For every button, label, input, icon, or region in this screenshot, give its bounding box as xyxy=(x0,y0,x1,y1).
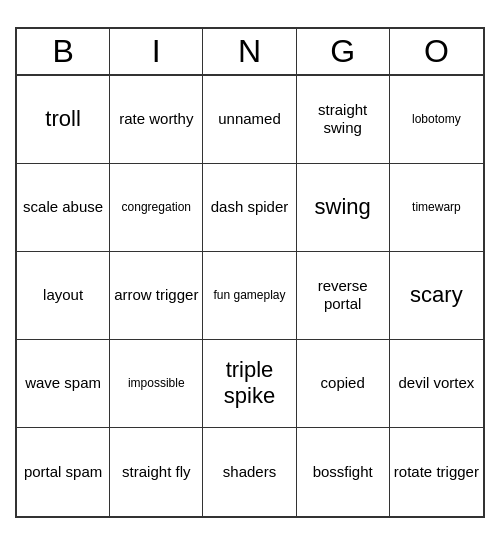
bingo-cell-16: impossible xyxy=(110,340,203,428)
cell-label: unnamed xyxy=(218,110,281,128)
bingo-cell-4: lobotomy xyxy=(390,76,483,164)
header-letter-o: O xyxy=(390,29,483,74)
cell-label: arrow trigger xyxy=(114,286,198,304)
bingo-cell-1: rate worthy xyxy=(110,76,203,164)
cell-label: wave spam xyxy=(25,374,101,392)
bingo-cell-18: copied xyxy=(297,340,390,428)
bingo-cell-2: unnamed xyxy=(203,76,296,164)
cell-label: devil vortex xyxy=(398,374,474,392)
bingo-cell-20: portal spam xyxy=(17,428,110,516)
bingo-cell-3: straight swing xyxy=(297,76,390,164)
header-letter-g: G xyxy=(297,29,390,74)
cell-label: congregation xyxy=(122,200,191,214)
bingo-cell-15: wave spam xyxy=(17,340,110,428)
cell-label: timewarp xyxy=(412,200,461,214)
bingo-header: BINGO xyxy=(17,29,483,76)
cell-label: copied xyxy=(321,374,365,392)
cell-label: rate worthy xyxy=(119,110,193,128)
cell-label: impossible xyxy=(128,376,185,390)
bingo-cell-17: triple spike xyxy=(203,340,296,428)
cell-label: reverse portal xyxy=(301,277,385,313)
bingo-cell-19: devil vortex xyxy=(390,340,483,428)
bingo-cell-21: straight fly xyxy=(110,428,203,516)
bingo-cell-24: rotate trigger xyxy=(390,428,483,516)
bingo-cell-8: swing xyxy=(297,164,390,252)
cell-label: rotate trigger xyxy=(394,463,479,481)
bingo-cell-12: fun gameplay xyxy=(203,252,296,340)
bingo-cell-0: troll xyxy=(17,76,110,164)
cell-label: scary xyxy=(410,282,463,308)
cell-label: dash spider xyxy=(211,198,289,216)
cell-label: swing xyxy=(315,194,371,220)
cell-label: scale abuse xyxy=(23,198,103,216)
cell-label: straight swing xyxy=(301,101,385,137)
cell-label: shaders xyxy=(223,463,276,481)
bingo-cell-10: layout xyxy=(17,252,110,340)
cell-label: triple spike xyxy=(207,357,291,410)
bingo-cell-9: timewarp xyxy=(390,164,483,252)
bingo-cell-11: arrow trigger xyxy=(110,252,203,340)
header-letter-i: I xyxy=(110,29,203,74)
bingo-cell-22: shaders xyxy=(203,428,296,516)
bingo-cell-7: dash spider xyxy=(203,164,296,252)
bingo-cell-13: reverse portal xyxy=(297,252,390,340)
bingo-grid: trollrate worthyunnamedstraight swinglob… xyxy=(17,76,483,516)
cell-label: layout xyxy=(43,286,83,304)
bingo-cell-5: scale abuse xyxy=(17,164,110,252)
bingo-cell-23: bossfight xyxy=(297,428,390,516)
bingo-cell-6: congregation xyxy=(110,164,203,252)
bingo-cell-14: scary xyxy=(390,252,483,340)
bingo-card: BINGO trollrate worthyunnamedstraight sw… xyxy=(15,27,485,518)
cell-label: straight fly xyxy=(122,463,190,481)
header-letter-b: B xyxy=(17,29,110,74)
cell-label: troll xyxy=(45,106,80,132)
cell-label: fun gameplay xyxy=(213,288,285,302)
cell-label: portal spam xyxy=(24,463,102,481)
cell-label: bossfight xyxy=(313,463,373,481)
cell-label: lobotomy xyxy=(412,112,461,126)
header-letter-n: N xyxy=(203,29,296,74)
